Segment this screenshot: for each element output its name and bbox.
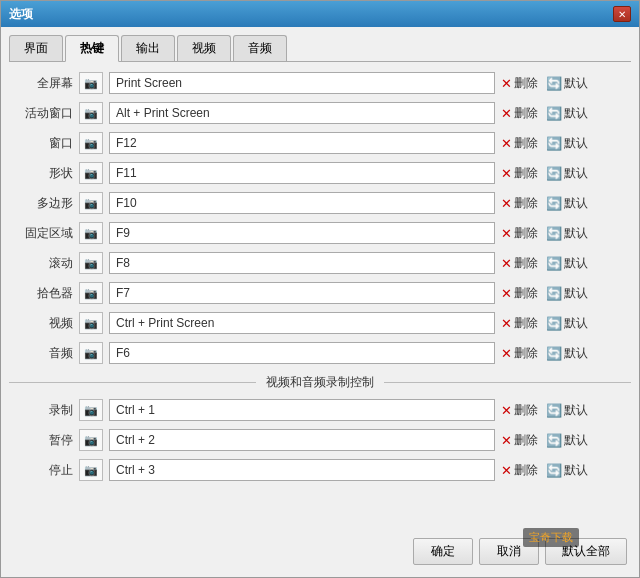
hotkey-input[interactable] [109,162,495,184]
hotkey-input[interactable] [109,459,495,481]
row-label: 拾色器 [9,285,79,302]
delete-button[interactable]: ✕删除 [501,195,538,212]
delete-icon: ✕ [501,106,512,121]
scroll-area[interactable]: 全屏幕📷✕删除🔄默认活动窗口📷✕删除🔄默认窗口📷✕删除🔄默认形状📷✕删除🔄默认多… [9,70,631,532]
default-label: 默认 [564,105,588,122]
hotkey-input[interactable] [109,342,495,364]
hotkey-input[interactable] [109,102,495,124]
default-button[interactable]: 🔄默认 [546,345,588,362]
delete-button[interactable]: ✕删除 [501,402,538,419]
delete-button[interactable]: ✕删除 [501,255,538,272]
row-actions: ✕删除🔄默认 [501,255,631,272]
tab-视频[interactable]: 视频 [177,35,231,61]
title-controls: ✕ [613,6,631,22]
bottom-btn-确定[interactable]: 确定 [413,538,473,565]
row-label: 视频 [9,315,79,332]
default-button[interactable]: 🔄默认 [546,75,588,92]
tab-热键[interactable]: 热键 [65,35,119,62]
default-label: 默认 [564,462,588,479]
default-button[interactable]: 🔄默认 [546,165,588,182]
default-button[interactable]: 🔄默认 [546,255,588,272]
delete-button[interactable]: ✕删除 [501,432,538,449]
hotkey-input[interactable] [109,399,495,421]
bottom-btn-取消[interactable]: 取消 [479,538,539,565]
hotkey-input[interactable] [109,312,495,334]
row-capture-icon[interactable]: 📷 [79,312,103,334]
row-label: 形状 [9,165,79,182]
tab-界面[interactable]: 界面 [9,35,63,61]
tab-输出[interactable]: 输出 [121,35,175,61]
default-icon: 🔄 [546,136,562,151]
hotkey-input[interactable] [109,282,495,304]
delete-label: 删除 [514,165,538,182]
row-capture-icon[interactable]: 📷 [79,102,103,124]
delete-button[interactable]: ✕删除 [501,75,538,92]
delete-button[interactable]: ✕删除 [501,225,538,242]
default-label: 默认 [564,75,588,92]
delete-button[interactable]: ✕删除 [501,462,538,479]
default-button[interactable]: 🔄默认 [546,195,588,212]
bottom-btn-默认全部[interactable]: 默认全部 [545,538,627,565]
title-bar: 选项 ✕ [1,1,639,27]
tab-音频[interactable]: 音频 [233,35,287,61]
delete-icon: ✕ [501,256,512,271]
default-button[interactable]: 🔄默认 [546,432,588,449]
delete-label: 删除 [514,75,538,92]
default-icon: 🔄 [546,403,562,418]
row-capture-icon[interactable]: 📷 [79,282,103,304]
delete-button[interactable]: ✕删除 [501,315,538,332]
default-button[interactable]: 🔄默认 [546,462,588,479]
hotkey-input[interactable] [109,222,495,244]
hotkey-row: 窗口📷✕删除🔄默认 [9,130,631,156]
default-label: 默认 [564,315,588,332]
default-label: 默认 [564,432,588,449]
row-capture-icon[interactable]: 📷 [79,399,103,421]
hotkey-input[interactable] [109,132,495,154]
default-label: 默认 [564,345,588,362]
hotkey-input[interactable] [109,429,495,451]
delete-label: 删除 [514,135,538,152]
hotkey-row: 视频📷✕删除🔄默认 [9,310,631,336]
close-button[interactable]: ✕ [613,6,631,22]
row-capture-icon[interactable]: 📷 [79,162,103,184]
delete-label: 删除 [514,285,538,302]
row-capture-icon[interactable]: 📷 [79,342,103,364]
delete-button[interactable]: ✕删除 [501,135,538,152]
row-label: 滚动 [9,255,79,272]
row-capture-icon[interactable]: 📷 [79,252,103,274]
default-button[interactable]: 🔄默认 [546,315,588,332]
row-label: 固定区域 [9,225,79,242]
delete-label: 删除 [514,432,538,449]
row-capture-icon[interactable]: 📷 [79,222,103,244]
content-area: 界面热键输出视频音频 全屏幕📷✕删除🔄默认活动窗口📷✕删除🔄默认窗口📷✕删除🔄默… [1,27,639,577]
hotkey-input[interactable] [109,192,495,214]
row-label: 录制 [9,402,79,419]
row-capture-icon[interactable]: 📷 [79,72,103,94]
delete-button[interactable]: ✕删除 [501,345,538,362]
hotkey-input[interactable] [109,72,495,94]
default-icon: 🔄 [546,463,562,478]
delete-label: 删除 [514,105,538,122]
default-icon: 🔄 [546,106,562,121]
default-button[interactable]: 🔄默认 [546,135,588,152]
row-capture-icon[interactable]: 📷 [79,459,103,481]
row-capture-icon[interactable]: 📷 [79,192,103,214]
delete-icon: ✕ [501,433,512,448]
delete-icon: ✕ [501,136,512,151]
row-capture-icon[interactable]: 📷 [79,132,103,154]
row-actions: ✕删除🔄默认 [501,75,631,92]
row-label: 活动窗口 [9,105,79,122]
row-capture-icon[interactable]: 📷 [79,429,103,451]
default-label: 默认 [564,195,588,212]
hotkey-row: 全屏幕📷✕删除🔄默认 [9,70,631,96]
hotkey-row: 拾色器📷✕删除🔄默认 [9,280,631,306]
delete-button[interactable]: ✕删除 [501,165,538,182]
hotkey-input[interactable] [109,252,495,274]
delete-button[interactable]: ✕删除 [501,285,538,302]
delete-icon: ✕ [501,226,512,241]
default-button[interactable]: 🔄默认 [546,225,588,242]
default-button[interactable]: 🔄默认 [546,285,588,302]
default-button[interactable]: 🔄默认 [546,105,588,122]
delete-button[interactable]: ✕删除 [501,105,538,122]
default-button[interactable]: 🔄默认 [546,402,588,419]
